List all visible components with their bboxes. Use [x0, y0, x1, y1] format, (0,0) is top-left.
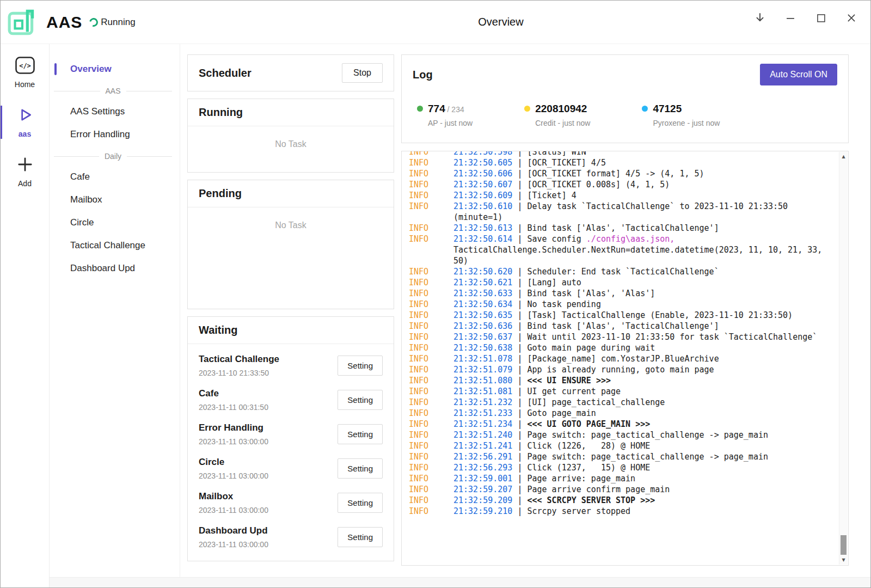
waiting-task-tactical-challenge: Tactical Challenge2023-11-10 21:33:50Set…: [199, 348, 383, 383]
task-next-run-time: 2023-11-10 21:33:50: [199, 369, 279, 377]
stat-value: 220810942: [535, 103, 587, 114]
log-message: 21:32:59.210 | Scrcpy server stopped: [453, 506, 831, 517]
rail-item-home[interactable]: </> Home: [1, 54, 49, 91]
log-timestamp: 21:32:50.609: [453, 191, 512, 200]
window-controls: [752, 1, 860, 35]
log-timestamp: 21:32:51.232: [453, 397, 512, 407]
log-segment: Goto main page during wait: [527, 343, 655, 353]
log-level: INFO: [409, 430, 453, 440]
app-logo-icon: [7, 7, 39, 38]
running-card: Running No Task: [187, 99, 394, 173]
log-scrollbar-thumb[interactable]: [841, 535, 847, 555]
log-row: INFO21:32:50.621 | [Lang] auto: [409, 277, 831, 288]
stat-value-row: 774 / 234: [428, 103, 473, 115]
log-message: 21:32:50.613 | Bind task ['Alas', 'Tacti…: [453, 223, 831, 234]
log-segment-bold: <<< SCRCPY SERVER STOP >>>: [527, 495, 655, 505]
stat-value-row: 47125: [653, 103, 720, 115]
task-name: Circle: [199, 457, 268, 468]
task-info: Circle2023-11-11 03:00:00: [199, 457, 268, 480]
log-segment: [Package_name] com.YostarJP.BlueArchive: [527, 354, 719, 364]
log-timestamp: 21:32:50.637: [453, 332, 512, 342]
log-timestamp: 21:32:51.234: [453, 419, 512, 429]
log-scrollbar[interactable]: ▲ ▼: [839, 152, 848, 565]
rail-item-add[interactable]: Add: [1, 153, 49, 191]
task-setting-button[interactable]: Setting: [338, 458, 383, 479]
nav-item-overview[interactable]: Overview: [50, 58, 180, 80]
app-window: AAS Running Overview: [0, 0, 871, 588]
nav-group-divider-aas: AAS: [50, 81, 180, 101]
scroll-down-icon[interactable]: ▼: [839, 556, 848, 564]
log-timestamp: 21:32:59.001: [453, 474, 512, 483]
minimize-icon[interactable]: [782, 10, 799, 26]
download-icon[interactable]: [752, 10, 768, 26]
log-message: 21:32:51.081 | UI get current page: [453, 386, 831, 397]
log-segment: Page switch: page_tactical_challenge -> …: [527, 430, 768, 440]
log-row: INFO21:32:50.633 | Bind task ['Alas', 'A…: [409, 288, 831, 299]
task-next-run-time: 2023-11-11 03:00:00: [199, 437, 268, 446]
log-timestamp: 21:32:50.605: [453, 158, 512, 168]
auto-scroll-button[interactable]: Auto Scroll ON: [760, 64, 837, 85]
log-message: 21:32:50.634 | No task pending: [453, 299, 831, 310]
log-segment: Wait until 2023-11-10 21:33:50 for task …: [527, 332, 817, 342]
log-message: 21:32:50.607 | [OCR_TICKET 0.008s] (4, 1…: [453, 179, 831, 190]
log-level: INFO: [409, 234, 453, 266]
waiting-task-dashboard-upd: Dashboard Upd2023-11-11 03:00:00Setting: [199, 520, 383, 554]
nav-item-circle[interactable]: Circle: [50, 212, 180, 234]
log-message: 21:32:50.620 | Scheduler: End task `Tact…: [453, 266, 831, 277]
horizontal-scrollbar[interactable]: [50, 577, 870, 587]
log-level: INFO: [409, 201, 453, 223]
log-level: INFO: [409, 299, 453, 310]
nav-item-mailbox[interactable]: Mailbox: [50, 189, 180, 211]
log-timestamp: 21:32:50.606: [453, 169, 512, 179]
log-level: INFO: [409, 332, 453, 342]
stat-value: 47125: [653, 103, 682, 114]
waiting-card: Waiting Tactical Challenge2023-11-10 21:…: [187, 316, 394, 561]
nav-item-error-handling[interactable]: Error Handling: [50, 124, 180, 145]
log-lines: INFO21:32:50.598 | [Status] WININFO21:32…: [409, 151, 831, 517]
nav-item-tactical-challenge[interactable]: Tactical Challenge: [50, 235, 180, 256]
log-timestamp: 21:32:50.613: [453, 223, 512, 233]
spinner-icon: [88, 16, 100, 28]
stat-credit: 220810942Credit - just now: [524, 103, 590, 127]
task-setting-button[interactable]: Setting: [338, 390, 383, 410]
log-segment: Click (1226, 28) @ HOME: [527, 441, 650, 451]
log-segment: [UI] page_tactical_challenge: [527, 397, 665, 407]
log-segment: App is already running, goto main page: [527, 365, 714, 375]
task-setting-button[interactable]: Setting: [338, 493, 383, 513]
nav-item-aas-settings[interactable]: AAS Settings: [50, 101, 180, 122]
task-setting-button[interactable]: Setting: [338, 356, 383, 376]
log-row: INFO21:32:50.613 | Bind task ['Alas', 'T…: [409, 223, 831, 234]
stat-dot-pyroxene: [642, 106, 648, 112]
log-timestamp: 21:32:50.607: [453, 180, 512, 189]
log-timestamp: 21:32:59.207: [453, 485, 512, 494]
nav-item-cafe[interactable]: Cafe: [50, 166, 180, 188]
log-row: INFO21:32:59.209 | <<< SCRCPY SERVER STO…: [409, 495, 831, 506]
task-setting-button[interactable]: Setting: [338, 424, 383, 444]
log-segment: Scrcpy server stopped: [527, 506, 630, 516]
log-level: INFO: [409, 419, 453, 430]
log-row: INFO21:32:59.207 | Page arrive confirm p…: [409, 484, 831, 495]
log-level: INFO: [409, 506, 453, 517]
scroll-up-icon[interactable]: ▲: [839, 152, 848, 161]
nav-item-dashboard-upd[interactable]: Dashboard Upd: [50, 258, 180, 279]
log-level: INFO: [409, 310, 453, 321]
log-timestamp: 21:32:50.598: [453, 151, 512, 157]
pending-empty-text: No Task: [188, 207, 394, 230]
task-setting-button[interactable]: Setting: [338, 527, 383, 547]
log-row: INFO21:32:50.598 | [Status] WIN: [409, 151, 831, 157]
log-message: 21:32:51.240 | Page switch: page_tactica…: [453, 430, 831, 440]
log-message: 21:32:59.209 | <<< SCRCPY SERVER STOP >>…: [453, 495, 831, 506]
log-message: 21:32:50.637 | Wait until 2023-11-10 21:…: [453, 332, 831, 342]
waiting-task-cafe: Cafe2023-11-11 00:31:50Setting: [199, 383, 383, 417]
log-row: INFO21:32:51.241 | Click (1226, 28) @ HO…: [409, 440, 831, 451]
stat-caption: Credit - just now: [535, 119, 590, 127]
log-message: 21:32:51.080 | <<< UI ENSURE >>>: [453, 375, 831, 386]
task-info: Error Handling2023-11-11 03:00:00: [199, 422, 268, 446]
close-icon[interactable]: [843, 10, 860, 26]
log-message: 21:32:50.614 | Save config ./config\aas.…: [453, 234, 831, 266]
maximize-icon[interactable]: [813, 10, 829, 26]
nav-group-divider-daily: Daily: [50, 146, 180, 166]
stop-button[interactable]: Stop: [342, 63, 383, 83]
log-message: 21:32:56.293 | Click (1237, 15) @ HOME: [453, 462, 831, 473]
rail-item-aas[interactable]: aas: [1, 103, 49, 141]
